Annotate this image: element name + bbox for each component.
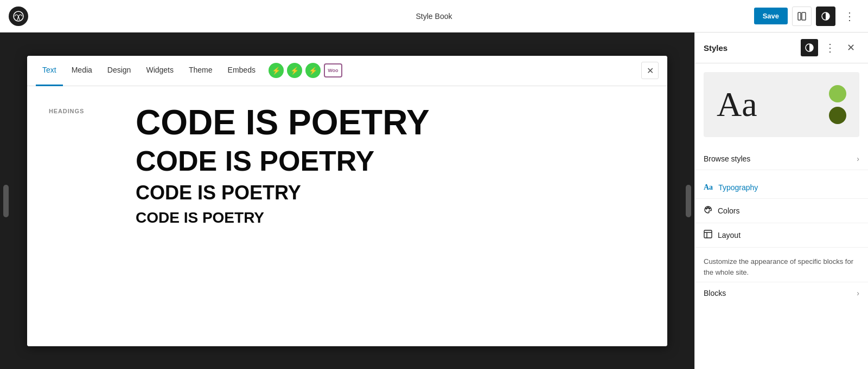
browse-styles-row[interactable]: Browse styles ›: [695, 148, 868, 170]
typography-row[interactable]: Aa Typography: [695, 177, 868, 199]
typography-label: Typography: [718, 183, 758, 192]
save-button[interactable]: Save: [754, 8, 788, 24]
typography-icon: Aa: [704, 183, 713, 192]
close-stylebook-button[interactable]: ✕: [641, 62, 659, 79]
heading-4: CODE IS POETRY: [136, 209, 646, 227]
contrast-toggle-button[interactable]: [816, 7, 835, 26]
panel-more-options-button[interactable]: ⋮: [821, 39, 839, 56]
svg-point-6: [707, 208, 709, 209]
panel-header: Styles ⋮ ✕: [695, 33, 868, 63]
tab-media[interactable]: Media: [65, 56, 99, 86]
section-label-headings: HEADINGS: [49, 103, 136, 329]
top-bar: Style Book Save ⋮: [0, 0, 868, 33]
svg-rect-1: [798, 12, 801, 20]
heading-2: CODE IS POETRY: [136, 146, 646, 177]
customize-text: Customize the appearance of specific blo…: [695, 248, 868, 282]
preview-aa-text: Aa: [717, 87, 757, 122]
colors-row-left: Colors: [704, 205, 739, 216]
svg-point-7: [709, 208, 710, 209]
page-title: Style Book: [416, 12, 452, 21]
svg-point-5: [706, 208, 707, 209]
svg-rect-8: [704, 230, 712, 238]
canvas-area: Text Media Design Widgets Theme Embeds: [0, 33, 694, 369]
colors-label: Colors: [718, 206, 739, 215]
layout-row-left: Layout: [704, 230, 741, 241]
plugin-icon-1[interactable]: ⚡: [269, 63, 284, 78]
wp-logo[interactable]: [9, 7, 28, 26]
tab-widgets[interactable]: Widgets: [139, 56, 180, 86]
panel-section-browse: Browse styles ›: [695, 146, 868, 172]
headings-list: CODE IS POETRY CODE IS POETRY CODE IS PO…: [136, 103, 646, 329]
panel-header-icons: ⋮ ✕: [801, 39, 859, 56]
plugin-icon-woo[interactable]: Woo: [324, 63, 342, 77]
layout-icon: [704, 230, 712, 241]
scroll-handle-right: [686, 185, 691, 217]
browse-styles-chevron: ›: [857, 154, 859, 163]
dot-dark-green: [829, 107, 846, 124]
style-preview-card: Aa: [704, 72, 859, 137]
dot-lime: [829, 85, 846, 102]
layout-toggle-button[interactable]: [792, 7, 812, 26]
preview-dots: [829, 85, 846, 124]
tab-bar: Text Media Design Widgets Theme Embeds: [27, 56, 667, 86]
top-bar-right: Save ⋮: [754, 7, 859, 26]
plugin-icon-3[interactable]: ⚡: [305, 63, 321, 78]
panel-title: Styles: [704, 43, 727, 53]
style-book: Text Media Design Widgets Theme Embeds: [27, 56, 667, 346]
tab-embeds[interactable]: Embeds: [221, 56, 262, 86]
right-panel: Styles ⋮ ✕ Aa Brows: [694, 33, 868, 369]
blocks-row[interactable]: Blocks ›: [695, 282, 868, 304]
heading-3: CODE IS POETRY: [136, 181, 646, 204]
browse-styles-label: Browse styles: [704, 154, 750, 163]
colors-icon: [704, 205, 712, 216]
layout-label: Layout: [718, 231, 741, 239]
colors-row[interactable]: Colors: [695, 199, 868, 223]
tab-design[interactable]: Design: [101, 56, 138, 86]
tab-plugins: ⚡ ⚡ ⚡ Woo: [269, 63, 342, 78]
blocks-chevron: ›: [857, 289, 859, 297]
blocks-label: Blocks: [704, 289, 726, 297]
heading-1: CODE IS POETRY: [136, 103, 646, 141]
panel-close-button[interactable]: ✕: [842, 39, 859, 56]
content-area: HEADINGS CODE IS POETRY CODE IS POETRY C…: [27, 86, 667, 346]
top-bar-left: [9, 7, 28, 26]
plugin-icon-2[interactable]: ⚡: [287, 63, 302, 78]
more-options-button[interactable]: ⋮: [840, 7, 859, 26]
svg-rect-2: [802, 12, 806, 20]
tab-theme[interactable]: Theme: [182, 56, 219, 86]
main-layout: Text Media Design Widgets Theme Embeds: [0, 33, 868, 369]
tab-text[interactable]: Text: [36, 56, 63, 86]
layout-row[interactable]: Layout: [695, 223, 868, 248]
typography-row-left: Aa Typography: [704, 183, 758, 192]
styles-preview-button[interactable]: [801, 39, 818, 56]
scroll-handle-left: [3, 185, 9, 217]
